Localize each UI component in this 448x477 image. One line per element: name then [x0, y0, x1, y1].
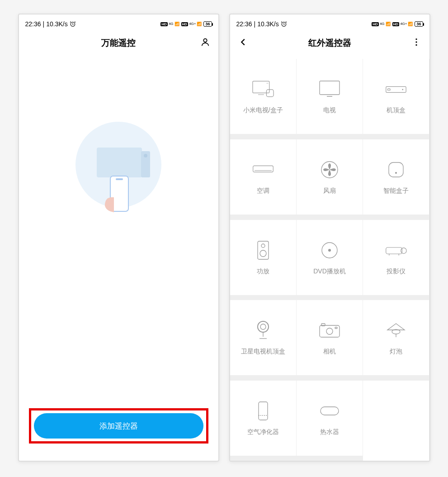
device-bulb[interactable]: 灯泡 [363, 300, 429, 375]
svg-point-17 [402, 89, 404, 91]
add-remote-highlight: 添加遥控器 [29, 408, 208, 444]
empty-cell [363, 381, 429, 461]
device-grid: mi 小米电视/盒子 电视 机顶盒 空调 风扇 [230, 59, 429, 461]
amplifier-icon [252, 239, 274, 261]
device-satellite[interactable]: 卫星电视机顶盒 [230, 300, 296, 375]
device-air-purifier[interactable]: 空气净化器 [230, 381, 296, 456]
tv-icon [319, 78, 340, 100]
svg-rect-15 [320, 81, 340, 95]
status-right: HD4G📶 HD4G+📶 36 [160, 21, 212, 27]
add-remote-button[interactable]: 添加遥控器 [34, 413, 203, 439]
status-time: 22:36 [236, 20, 252, 28]
chevron-left-icon [238, 37, 248, 47]
svg-point-25 [260, 250, 266, 257]
device-water-heater[interactable]: 热水器 [297, 381, 363, 456]
svg-point-33 [326, 328, 333, 334]
signal-2: HD4G+📶 [392, 22, 413, 26]
satellite-icon [252, 320, 274, 341]
svg-point-29 [401, 248, 406, 253]
device-label: 灯泡 [390, 348, 402, 356]
svg-point-24 [261, 244, 265, 248]
svg-point-1 [203, 39, 207, 42]
device-label: 功放 [257, 267, 269, 276]
svg-point-9 [415, 38, 417, 40]
svg-rect-35 [335, 327, 337, 329]
signal-2: HD4G+📶 [181, 22, 202, 26]
status-bar: 22:36 | 10.3K/s HD4G📶 HD4G+📶 36 [19, 14, 218, 30]
screen-universal-remote: 22:36 | 10.3K/s HD4G📶 HD4G+📶 36 万能遥控 [18, 14, 219, 462]
fan-icon [319, 159, 340, 181]
header: 万能遥控 [19, 30, 218, 56]
device-label: 机顶盒 [387, 106, 406, 114]
status-speed: 10.3K/s [46, 20, 67, 28]
header: 红外遥控器 [230, 30, 429, 56]
remote-illustration [73, 115, 164, 224]
svg-rect-19 [253, 166, 273, 172]
svg-rect-3 [97, 148, 142, 177]
projector-icon [385, 239, 407, 261]
svg-point-11 [415, 44, 417, 46]
device-projector[interactable]: 投影仪 [363, 220, 429, 295]
alarm-icon [281, 21, 287, 27]
battery-icon: 36 [415, 21, 423, 27]
svg-point-22 [395, 172, 397, 174]
svg-point-5 [144, 154, 147, 157]
signal-1: HD4G📶 [372, 22, 390, 26]
page-title: 红外遥控器 [308, 37, 351, 49]
status-right: HD4G📶 HD4G+📶 36 [372, 21, 423, 27]
device-label: 空调 [257, 187, 269, 195]
device-label: 电视 [323, 106, 336, 114]
status-time: 22:36 [25, 20, 41, 28]
ac-icon [252, 159, 274, 181]
more-vertical-icon [411, 37, 421, 47]
device-label: 风扇 [323, 187, 336, 195]
status-left: 22:36 | 10.3K/s [25, 20, 76, 28]
dvd-icon [319, 239, 340, 261]
person-icon [200, 37, 210, 47]
smart-box-icon [385, 159, 407, 181]
device-label: 智能盒子 [383, 187, 409, 195]
signal-1: HD4G📶 [160, 22, 179, 26]
stb-icon [385, 78, 407, 100]
profile-button[interactable] [200, 37, 210, 49]
svg-point-10 [415, 41, 417, 43]
device-fan[interactable]: 风扇 [297, 139, 363, 215]
device-smart-box[interactable]: 智能盒子 [363, 139, 429, 215]
status-speed: 10.3K/s [257, 20, 278, 28]
svg-rect-21 [389, 162, 403, 177]
svg-rect-37 [259, 402, 268, 420]
svg-point-31 [260, 324, 266, 329]
device-label: 热水器 [320, 428, 339, 436]
svg-rect-7 [116, 178, 123, 180]
device-label: 卫星电视机顶盒 [241, 348, 285, 356]
svg-rect-28 [386, 247, 402, 253]
bulb-icon [385, 320, 407, 341]
device-label: DVD播放机 [313, 267, 346, 276]
device-tv[interactable]: 电视 [297, 59, 363, 134]
svg-text:mi: mi [266, 82, 268, 84]
svg-rect-18 [388, 89, 391, 91]
svg-point-30 [258, 321, 269, 332]
device-label: 小米电视/盒子 [243, 106, 283, 114]
water-heater-icon [319, 400, 340, 422]
device-amplifier[interactable]: 功放 [230, 220, 296, 295]
device-camera[interactable]: 相机 [297, 300, 363, 375]
svg-point-27 [328, 249, 331, 252]
page-title: 万能遥控 [101, 37, 136, 49]
device-label: 空气净化器 [247, 428, 279, 436]
device-label: 投影仪 [387, 267, 406, 276]
empty-state: 添加遥控器 [19, 56, 218, 461]
device-stb[interactable]: 机顶盒 [363, 59, 429, 134]
device-ac[interactable]: 空调 [230, 139, 296, 215]
back-button[interactable] [238, 37, 248, 49]
device-label: 相机 [323, 348, 336, 356]
device-dvd[interactable]: DVD播放机 [297, 220, 363, 295]
status-left: 22:36 | 10.3K/s [236, 20, 287, 28]
screen-ir-remote: 22:36 | 10.3K/s HD4G📶 HD4G+📶 36 红外遥控器 mi… [229, 14, 430, 462]
more-button[interactable] [411, 37, 421, 49]
status-bar: 22:36 | 10.3K/s HD4G📶 HD4G+📶 36 [230, 14, 429, 30]
mi-tv-box-icon: mi [252, 78, 274, 100]
air-purifier-icon [252, 400, 274, 422]
device-mi-tv-box[interactable]: mi 小米电视/盒子 [230, 59, 296, 134]
battery-icon: 36 [203, 21, 212, 27]
